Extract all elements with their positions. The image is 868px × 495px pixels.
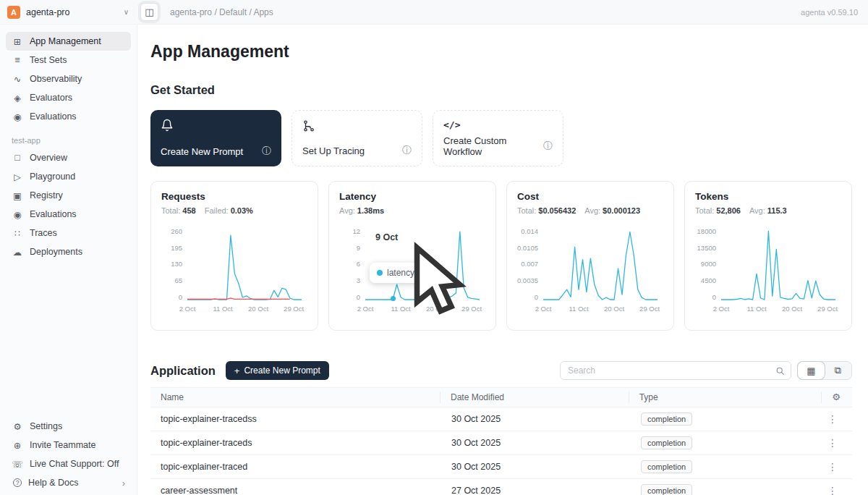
sidebar-item-help-docs[interactable]: ?Help & Docs›: [6, 473, 131, 492]
row-actions: ⋮: [825, 485, 852, 495]
chevron-down-icon: ∨: [124, 8, 129, 16]
sidebar-item-label: Playground: [30, 172, 75, 182]
sidebar-item-evaluations[interactable]: ◉Evaluations: [6, 107, 131, 126]
sidebar-item-observability[interactable]: ∿Observability: [6, 69, 131, 88]
get-started-card-create-custom-workflow[interactable]: </>Create Custom Workflowⓘ: [433, 110, 563, 166]
sidebar-item-invite-teammate[interactable]: ⊕Invite Teammate: [6, 436, 131, 454]
sidebar-item-app-management[interactable]: ⊞App Management: [6, 32, 131, 51]
bell-icon: [161, 119, 174, 135]
sidebar-item-playground[interactable]: ▷Playground: [6, 167, 131, 186]
get-started-card-create-new-prompt[interactable]: Create New Promptⓘ: [150, 110, 281, 166]
sidebar-item-registry[interactable]: ▣Registry: [6, 186, 131, 205]
chart-plot: [543, 228, 658, 300]
info-icon[interactable]: ⓘ: [543, 140, 553, 153]
gear-icon: ⚙: [12, 421, 23, 432]
y-tick-label: 0.007: [521, 261, 538, 268]
type-badge: completion: [641, 412, 692, 426]
sidebar-toggle-button[interactable]: ◫: [140, 3, 158, 21]
sidebar-item-live-chat-support-off[interactable]: ☏Live Chat Support: Off: [6, 454, 131, 473]
workspace-switcher[interactable]: A agenta-pro ∨: [7, 6, 129, 19]
tooltip-date-label: 9 Oct: [375, 232, 398, 242]
row-menu-button[interactable]: ⋮: [825, 437, 841, 449]
x-tick-label: 2 Oct: [713, 305, 730, 313]
column-header-type: Type: [629, 392, 822, 403]
y-tick-label: 12: [352, 228, 360, 235]
table-view-button[interactable]: ▦: [798, 362, 825, 379]
table-row[interactable]: topic-explainer-tracedss30 Oct 2025compl…: [150, 407, 852, 431]
type-badge: completion: [641, 436, 692, 449]
card-view-button[interactable]: ⧉: [825, 362, 851, 379]
create-new-prompt-button[interactable]: + Create New Prompt: [226, 361, 329, 380]
user-plus-icon: ⊕: [12, 440, 23, 451]
row-menu-button[interactable]: ⋮: [825, 461, 841, 473]
y-tick-label: 0.0035: [517, 277, 538, 284]
row-type: completion: [631, 486, 825, 495]
row-name: career-assessment: [150, 486, 441, 495]
sidebar-item-evaluators[interactable]: ◈Evaluators: [6, 88, 131, 107]
table-body: topic-explainer-tracedss30 Oct 2025compl…: [150, 407, 852, 495]
page-title: App Management: [150, 42, 852, 62]
stats-row: RequestsTotal:458Failed:0.03%26019513065…: [150, 181, 852, 331]
table-row[interactable]: topic-explainer-traceds30 Oct 2025comple…: [150, 431, 852, 455]
sidebar-item-label: Deployments: [30, 247, 82, 257]
stat-label: Failed:: [205, 206, 229, 215]
get-started-card-set-up-tracing[interactable]: Set Up Tracingⓘ: [292, 110, 422, 166]
version-label: agenta v0.59.10: [801, 8, 858, 17]
stat-card-stats: Total:52,806Avg:115.3: [695, 206, 841, 215]
row-menu-button[interactable]: ⋮: [825, 485, 841, 495]
table-row[interactable]: career-assessment27 Oct 2025completion⋮: [150, 479, 852, 495]
stat-card-title: Requests: [161, 191, 307, 202]
target-icon: ◉: [12, 111, 23, 122]
x-tick-label: 11 Oct: [569, 305, 588, 313]
gear-icon[interactable]: ⚙: [832, 392, 841, 403]
target-icon: ◉: [12, 209, 23, 220]
stat-card-chart: 2601951306502 Oct11 Oct20 Oct29 Oct: [161, 228, 307, 316]
sidebar-item-test-sets[interactable]: ≡Test Sets: [6, 51, 131, 69]
y-tick-label: 65: [174, 277, 182, 284]
table-row[interactable]: topic-explainer-traced30 Oct 2025complet…: [150, 455, 852, 479]
y-tick-label: 0: [712, 294, 716, 301]
row-menu-button[interactable]: ⋮: [825, 413, 841, 425]
sidebar-item-deployments[interactable]: ☁Deployments: [6, 242, 131, 261]
y-tick-label: 9000: [701, 261, 716, 268]
y-tick-label: 130: [171, 261, 182, 268]
stat-card-stats: Total:$0.056432Avg:$0.000123: [517, 206, 663, 215]
y-tick-label: 4500: [701, 277, 716, 284]
x-tick-label: 29 Oct: [817, 305, 838, 313]
stat-card-chart: 0.0140.01050.0070.003502 Oct11 Oct20 Oct…: [517, 228, 663, 316]
stat-card-chart: 1296309 Octlatency02 Oct11 Oct20 Oct29 O…: [339, 228, 485, 316]
x-tick-label: 20 Oct: [604, 305, 624, 313]
sidebar-item-settings[interactable]: ⚙Settings: [6, 417, 131, 436]
sidebar-item-overview[interactable]: □Overview: [6, 148, 131, 167]
row-date: 30 Oct 2025: [441, 414, 631, 424]
y-tick-label: 3: [357, 277, 360, 284]
y-tick-label: 13500: [697, 245, 716, 252]
play-icon: ▷: [12, 172, 23, 182]
y-tick-label: 0.014: [521, 228, 538, 235]
sidebar-item-evaluations[interactable]: ◉Evaluations: [6, 205, 131, 224]
row-type: completion: [631, 414, 825, 424]
info-icon[interactable]: ⓘ: [262, 145, 271, 158]
stat-item: Total:$0.056432: [517, 206, 576, 215]
sidebar-app-nav: □Overview▷Playground▣Registry◉Evaluation…: [6, 148, 131, 261]
wave-icon: ∿: [12, 74, 23, 85]
search-input[interactable]: [566, 365, 775, 376]
sidebar-item-label: Observability: [30, 74, 82, 84]
row-name: topic-explainer-traceds: [150, 438, 441, 448]
column-header-actions: ⚙: [821, 392, 852, 403]
breadcrumb[interactable]: agenta-pro / Default / Apps: [170, 7, 273, 17]
search-icon[interactable]: [775, 366, 785, 376]
x-tick-label: 2 Oct: [179, 305, 196, 313]
stat-item: Total:52,806: [695, 206, 741, 215]
info-icon[interactable]: ⓘ: [402, 144, 412, 157]
card-view-icon: ⧉: [835, 365, 841, 376]
sidebar-item-label: Traces: [30, 228, 57, 238]
stat-card-title: Latency: [339, 191, 485, 202]
stat-label: Avg:: [339, 206, 355, 215]
table-header: NameDate ModifiedType⚙: [150, 387, 852, 407]
chart-plot: [721, 228, 835, 300]
sidebar-item-traces[interactable]: ∷Traces: [6, 224, 131, 242]
stat-value: $0.056432: [538, 206, 576, 215]
topbar: A agenta-pro ∨ ◫ agenta-pro / Default / …: [0, 0, 868, 25]
cloud-icon: ☁: [12, 247, 23, 258]
